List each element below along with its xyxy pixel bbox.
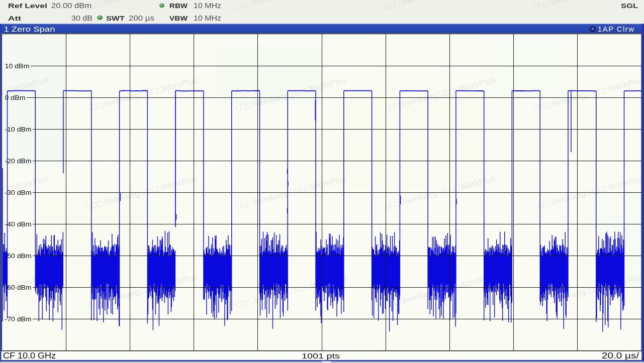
svg-text:0 dBm: 0 dBm <box>5 94 26 101</box>
svg-text:-10 dBm: -10 dBm <box>5 126 32 133</box>
svg-text:VBW: VBW <box>169 15 188 22</box>
svg-text:1 Zero Span: 1 Zero Span <box>4 25 55 33</box>
svg-text:-30 dBm: -30 dBm <box>5 189 32 196</box>
svg-text:10 dBm: 10 dBm <box>5 62 30 70</box>
svg-text:-40 dBm: -40 dBm <box>5 220 32 228</box>
svg-text:-60 dBm: -60 dBm <box>5 284 32 291</box>
svg-text:SGL: SGL <box>621 2 638 10</box>
svg-text:20.0 µs/: 20.0 µs/ <box>602 351 639 360</box>
svg-text:1AP Clrw: 1AP Clrw <box>598 25 634 33</box>
svg-text:1001 pts: 1001 pts <box>302 351 340 360</box>
svg-text:Att: Att <box>8 15 22 22</box>
svg-text:SWT: SWT <box>106 15 125 22</box>
svg-text:30 dB: 30 dB <box>71 15 93 22</box>
svg-text:200 µs: 200 µs <box>129 15 154 22</box>
svg-text:Ref Level: Ref Level <box>8 2 47 10</box>
svg-text:-70 dBm: -70 dBm <box>5 315 32 323</box>
svg-text:RBW: RBW <box>169 2 188 10</box>
svg-text:10 MHz: 10 MHz <box>194 15 221 22</box>
svg-text:-20 dBm: -20 dBm <box>5 157 32 165</box>
svg-text:20.00 dBm: 20.00 dBm <box>51 2 91 10</box>
svg-text:10 MHz: 10 MHz <box>194 2 221 10</box>
svg-text:CF 10.0 GHz: CF 10.0 GHz <box>3 351 56 360</box>
svg-text:-50 dBm: -50 dBm <box>5 252 32 260</box>
